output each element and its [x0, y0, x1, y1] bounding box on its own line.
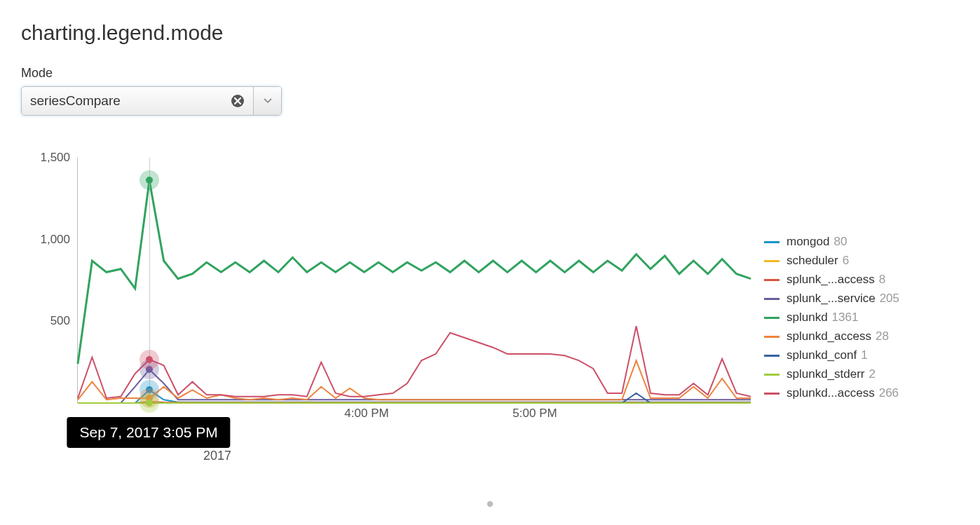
- legend-label: splunkd...access: [787, 386, 875, 400]
- hover-tooltip: Sep 7, 2017 3:05 PM: [67, 417, 230, 448]
- legend-item[interactable]: splunkd_access28: [764, 329, 899, 343]
- y-tick: 500: [21, 314, 77, 328]
- y-tick: 1,500: [21, 151, 77, 165]
- legend-item[interactable]: splunk_...service205: [764, 292, 899, 306]
- x-tick: 4:00 PM: [344, 407, 388, 421]
- legend-swatch: [764, 317, 780, 319]
- series-line[interactable]: [78, 180, 751, 364]
- legend-value: 8: [879, 273, 885, 287]
- legend: mongod80scheduler6splunk_...access8splun…: [764, 235, 899, 405]
- series-line[interactable]: [78, 403, 751, 404]
- legend-item[interactable]: mongod80: [764, 235, 899, 249]
- legend-value: 2: [869, 367, 876, 381]
- legend-swatch: [764, 279, 780, 281]
- legend-label: splunkd_stderr: [787, 367, 865, 381]
- mode-dropdown[interactable]: seriesCompare: [21, 86, 282, 116]
- legend-swatch: [764, 241, 780, 243]
- y-tick: 1,000: [21, 233, 77, 247]
- legend-label: mongod: [787, 235, 829, 249]
- mode-dropdown-value: seriesCompare: [30, 93, 121, 109]
- legend-value: 1361: [832, 311, 859, 325]
- legend-item[interactable]: splunkd_stderr2: [764, 367, 899, 381]
- legend-item[interactable]: splunkd1361: [764, 311, 899, 325]
- legend-value: 6: [843, 254, 849, 268]
- legend-value: 28: [876, 329, 889, 343]
- page-title: charting.legend.mode: [21, 21, 959, 45]
- legend-label: splunkd: [787, 311, 828, 325]
- hover-dot: [146, 400, 153, 407]
- legend-label: splunk_...service: [787, 292, 876, 306]
- legend-item[interactable]: splunk_...access8: [764, 273, 899, 287]
- legend-swatch: [764, 260, 780, 262]
- mode-label: Mode: [21, 66, 959, 81]
- legend-label: splunkd_access: [787, 329, 871, 343]
- legend-swatch: [764, 393, 780, 395]
- legend-swatch: [764, 298, 780, 300]
- legend-value: 266: [879, 386, 899, 400]
- legend-value: 80: [833, 235, 847, 249]
- x-axis-sublabel: 2017: [203, 449, 231, 463]
- hover-dot: [146, 356, 153, 363]
- legend-label: splunkd_conf: [787, 348, 857, 362]
- legend-value: 1: [861, 348, 867, 362]
- legend-label: scheduler: [787, 254, 838, 268]
- legend-item[interactable]: splunkd_conf1: [764, 348, 899, 362]
- legend-item[interactable]: splunkd...access266: [764, 386, 899, 400]
- legend-label: splunk_...access: [787, 273, 875, 287]
- legend-value: 205: [880, 292, 899, 306]
- legend-item[interactable]: scheduler6: [764, 254, 899, 268]
- hover-dot: [146, 177, 153, 184]
- legend-swatch: [764, 355, 780, 357]
- x-tick: 5:00 PM: [512, 407, 557, 421]
- pager-dot[interactable]: [487, 501, 493, 507]
- legend-swatch: [764, 336, 780, 338]
- chart[interactable]: 5001,0001,500 4:00 PM5:00 PM 2017 Sep 7,…: [21, 158, 750, 480]
- legend-swatch: [764, 374, 780, 376]
- series-line[interactable]: [78, 326, 751, 398]
- plot-area[interactable]: [77, 158, 750, 403]
- chevron-down-icon[interactable]: [253, 87, 281, 115]
- clear-icon[interactable]: [231, 94, 245, 108]
